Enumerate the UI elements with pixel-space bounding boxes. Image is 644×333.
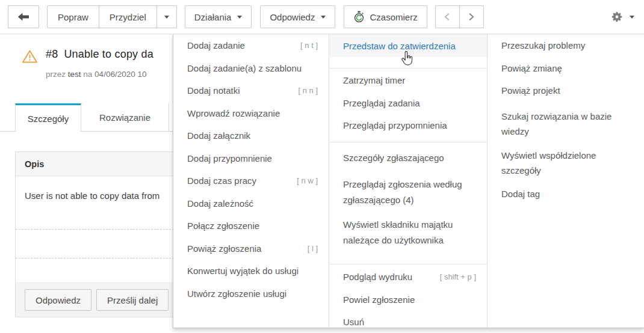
menu-item-szukaj-rozwiazania-w-bazie-wiedzy[interactable]: Szukaj rozwiązania w bazie wiedzy <box>488 106 644 142</box>
menu-item-dodaj-przypomnienie[interactable]: Dodaj przypomnienie <box>173 147 329 170</box>
previous-record-button[interactable] <box>435 5 460 28</box>
menu-item-szczegoly-zglaszajacego[interactable]: Szczegóły zgłaszającego <box>329 147 487 170</box>
byline-przez: przez <box>46 70 66 79</box>
menu-label: Połącz zgłoszenie <box>187 221 259 231</box>
menu-label: Przeszukaj problemy <box>501 40 585 50</box>
menu-item-dodaj-zaleznosc[interactable]: Dodaj zależność <box>173 192 329 215</box>
ticket-subject: Unable to copy da <box>64 48 153 60</box>
menu-label: Podgląd wydruku <box>343 272 412 282</box>
menu-item-wyswietl-wspoldzielone-szczegoly[interactable]: Wyświetl współdzielone szczegóły <box>488 145 644 182</box>
menu-label: Dodaj przypomnienie <box>187 153 272 163</box>
menu-item-wprowadz-rozwiazanie[interactable]: Wprowadź rozwiązanie <box>173 102 329 125</box>
menu-shortcut: [ n n ] <box>298 86 318 95</box>
menu-item-przegladaj-przypomnienia[interactable]: Przeglądaj przypomnienia <box>329 114 487 137</box>
menu-label: Powiel zgłoszenie <box>343 295 415 305</box>
odpowiedz-label: Odpowiedz <box>270 12 315 22</box>
tab-szczegoly-label: Szczegóły <box>28 114 69 124</box>
menu-item-dodaj-zalacznik[interactable]: Dodaj załącznik <box>173 124 329 147</box>
toolbar: Popraw Przydziel Działania Odpowiedz C <box>0 0 644 34</box>
dzialania-menu-panel: Dodaj zadanie[ n t ] Dodaj zadanie(a) z … <box>173 34 644 328</box>
menu-item-podglad-wydruku[interactable]: Podgląd wydruku[ shift + p ] <box>329 266 487 289</box>
ticket-detail-page: Popraw Przydziel Działania Odpowiedz C <box>0 0 644 333</box>
menu-separator <box>329 142 487 142</box>
chevron-down-icon <box>630 16 634 19</box>
ticket-title: #8Unable to copy da <box>46 48 153 61</box>
byline-na: na <box>83 70 92 79</box>
czasomierz-label: Czasomierz <box>370 12 417 22</box>
menu-item-dodaj-zadanie[interactable]: Dodaj zadanie[ n t ] <box>173 34 329 57</box>
czasomierz-button[interactable]: Czasomierz <box>344 5 427 28</box>
forward-button[interactable]: Prześlij dalej <box>96 289 169 311</box>
menu-item-utworz-zgloszenie-uslugi[interactable]: Utwórz zgłoszenie usługi <box>173 283 329 305</box>
menu-label: Dodaj zadanie(a) z szablonu <box>187 63 302 73</box>
chevron-down-icon <box>321 16 326 19</box>
dzialania-label: Działania <box>194 12 232 22</box>
menu-item-wyswietl-skladniki-majatku[interactable]: Wyświetl składniku majątku należące do u… <box>329 214 487 251</box>
record-nav-group <box>435 5 484 28</box>
menu-label: Wyświetl współdzielone szczegóły <box>501 150 596 176</box>
menu-item-przegladaj-zadania[interactable]: Przeglądaj zadania <box>329 92 487 115</box>
menu-item-powiaz-zgloszenia[interactable]: Powiąż zgłoszenia[ l ] <box>173 237 329 260</box>
menu-item-konwertuj-wyjatek-do-uslugi[interactable]: Konwertuj wyjątek do usługi <box>173 260 329 283</box>
menu-label: Konwertuj wyjątek do usługi <box>187 266 299 276</box>
przydziel-dropdown-button[interactable] <box>156 5 177 28</box>
menu-item-powiel-zgloszenie[interactable]: Powiel zgłoszenie <box>329 289 487 311</box>
menu-label: Szczegóły zgłaszającego <box>343 153 444 163</box>
menu-item-przegladaj-zgloszenia-wedlug-zglaszajacego[interactable]: Przeglądaj zgłoszenia według zgłaszające… <box>329 174 487 210</box>
menu-item-dodaj-zadania-z-szablonu[interactable]: Dodaj zadanie(a) z szablonu <box>173 57 329 80</box>
hand-pointer-cursor-icon <box>400 50 414 69</box>
odpowiedz-dropdown-button[interactable]: Odpowiedz <box>260 5 335 28</box>
menu-item-dodaj-tag[interactable]: Dodaj tag <box>488 183 644 206</box>
menu-label: Przedstaw do zatwierdzenia <box>343 41 456 51</box>
menu-shortcut: [ l ] <box>308 244 318 253</box>
chevron-down-icon <box>164 16 169 19</box>
menu-item-dodaj-czas-pracy[interactable]: Dodaj czas pracy[ n w ] <box>173 170 329 192</box>
menu-shortcut: [ n t ] <box>300 41 318 50</box>
menu-label: Dodaj zależność <box>187 198 253 209</box>
menu-item-powiaz-zmiane[interactable]: Powiąż zmianę <box>488 57 644 80</box>
menu-column-3: Przeszukaj problemy Powiąż zmianę Powiąż… <box>487 34 644 328</box>
menu-item-przeszukaj-problemy[interactable]: Przeszukaj problemy <box>488 34 644 57</box>
ticket-id: #8 <box>46 48 58 60</box>
stopwatch-icon <box>353 11 365 23</box>
menu-label: Powiąż projekt <box>501 85 560 96</box>
menu-label: Przeglądaj przypomnienia <box>343 120 447 130</box>
przydziel-label: Przydziel <box>110 12 146 22</box>
tab-rozwiazanie[interactable]: Rozwiązanie <box>81 103 169 131</box>
popraw-label: Popraw <box>58 12 88 22</box>
menu-label: Dodaj zadanie <box>187 40 245 50</box>
settings-dropdown-button[interactable] <box>610 10 634 23</box>
byline-date: 04/06/2020 10 <box>94 70 146 79</box>
back-arrow-icon <box>17 13 29 21</box>
menu-label: Usuń <box>343 317 364 327</box>
przydziel-button[interactable]: Przydziel <box>99 5 157 28</box>
menu-item-usun[interactable]: Usuń <box>329 311 487 333</box>
menu-item-polacz-zgloszenie[interactable]: Połącz zgłoszenie <box>173 215 329 237</box>
ticket-byline: przez test na 04/06/2020 10 <box>46 70 153 79</box>
menu-label: Powiąż zgłoszenia <box>187 243 261 254</box>
back-button[interactable] <box>8 5 39 28</box>
reply-button[interactable]: Odpowiedz <box>25 289 91 311</box>
menu-label: Wprowadź rozwiązanie <box>187 108 280 118</box>
menu-item-dodaj-notatki[interactable]: Dodaj notatki[ n n ] <box>173 79 329 102</box>
menu-item-zatrzymaj-timer[interactable]: Zatrzymaj timer <box>329 69 487 92</box>
forward-label: Prześlij dalej <box>107 295 158 305</box>
dzialania-dropdown-button[interactable]: Działania <box>185 5 252 28</box>
menu-column-2: Przedstaw do zatwierdzenia Zatrzymaj tim… <box>329 34 487 328</box>
menu-item-powiaz-projekt[interactable]: Powiąż projekt <box>488 79 644 102</box>
tab-szczegoly[interactable]: Szczegóły <box>15 103 81 132</box>
warning-icon <box>22 49 38 64</box>
chevron-left-icon <box>444 13 450 21</box>
byline-author[interactable]: test <box>68 70 81 79</box>
ticket-header: #8Unable to copy da przez test na 04/06/… <box>22 48 153 79</box>
menu-label: Dodaj załącznik <box>187 130 250 141</box>
menu-label: Dodaj czas pracy <box>187 176 256 186</box>
chevron-right-icon <box>468 13 474 21</box>
menu-label: Powiąż zmianę <box>501 63 562 73</box>
gear-icon <box>610 10 624 23</box>
menu-shortcut: [ shift + p ] <box>440 272 476 281</box>
menu-label: Dodaj tag <box>501 189 540 199</box>
popraw-button[interactable]: Popraw <box>47 5 99 28</box>
menu-label: Przeglądaj zadania <box>343 98 420 108</box>
next-record-button[interactable] <box>459 5 484 28</box>
